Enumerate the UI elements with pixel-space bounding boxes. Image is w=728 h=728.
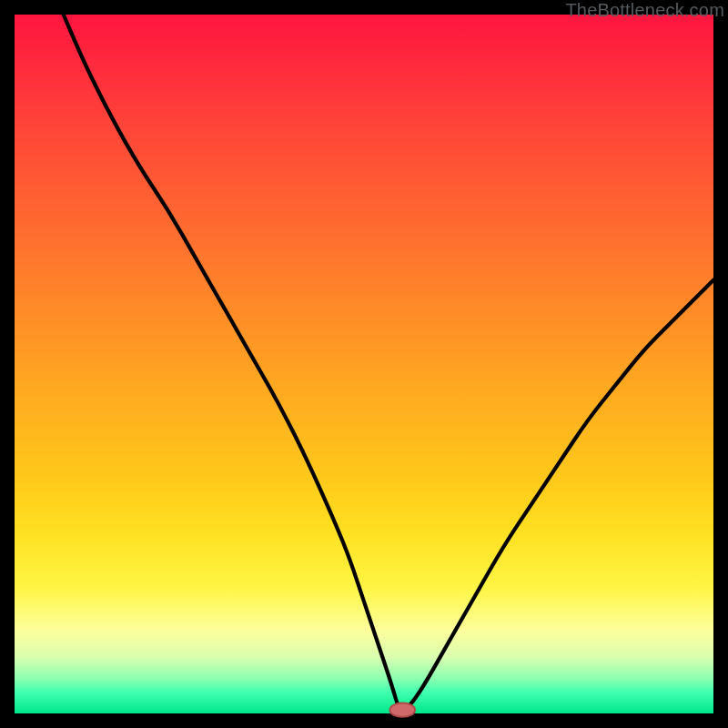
chart-plot-area (15, 15, 713, 713)
bottleneck-curve-svg (15, 15, 713, 713)
bottleneck-curve-path (64, 15, 713, 710)
chart-frame: TheBottleneck.com (0, 0, 728, 728)
optimum-marker (389, 703, 415, 716)
